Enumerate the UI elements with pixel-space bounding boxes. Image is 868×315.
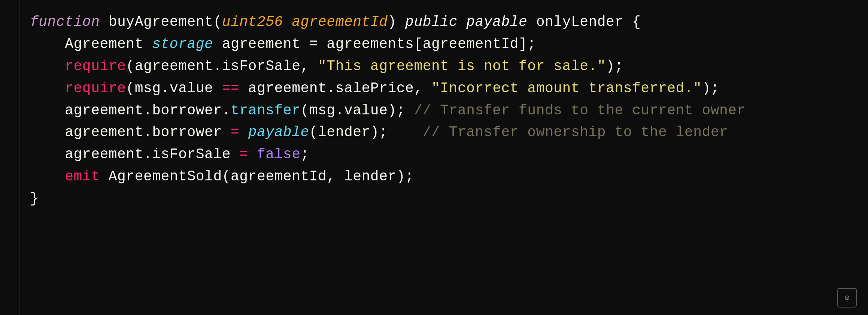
code-token: agreement.borrower	[30, 124, 231, 140]
code-token: false	[257, 146, 301, 162]
code-token	[30, 168, 65, 184]
code-token: (msg.value	[126, 80, 222, 96]
code-token: agreement.borrower.	[30, 102, 231, 118]
code-token: require	[65, 58, 126, 74]
code-token: =	[239, 146, 248, 162]
code-token: onlyLender {	[527, 14, 641, 30]
code-line: require(msg.value == agreement.salePrice…	[30, 78, 853, 100]
code-token	[458, 14, 466, 30]
code-token: agreement.isForSale	[30, 146, 239, 162]
gutter-border	[19, 0, 19, 315]
code-token	[239, 124, 248, 140]
code-token: }	[30, 190, 39, 207]
code-token: )	[388, 14, 406, 30]
code-token: agreement.salePrice,	[239, 80, 431, 96]
code-token: transfer	[231, 102, 300, 118]
code-line: agreement.borrower.transfer(msg.value); …	[30, 100, 853, 122]
code-token	[30, 58, 65, 74]
code-token: // Transfer funds to the current owner	[414, 102, 746, 118]
code-line: require(agreement.isForSale, "This agree…	[30, 56, 853, 78]
code-token: (msg.value);	[300, 102, 414, 118]
code-line: Agreement storage agreement = agreements…	[30, 33, 853, 56]
code-token: "Incorrect amount transferred."	[431, 80, 702, 96]
code-token: ==	[222, 80, 240, 96]
code-token: =	[231, 124, 239, 140]
code-token	[30, 80, 65, 96]
code-line: }	[30, 188, 853, 210]
code-token: );	[702, 80, 719, 96]
code-line: emit AgreementSold(agreementId, lender);	[30, 166, 853, 188]
code-token: emit	[65, 168, 100, 184]
code-editor: function buyAgreement(uint256 agreementI…	[0, 0, 868, 315]
code-token: uint256	[222, 14, 283, 30]
code-token: (lender);	[309, 124, 423, 140]
code-token: payable	[466, 14, 527, 30]
code-block: function buyAgreement(uint256 agreementI…	[22, 11, 853, 210]
code-token: buyAgreement(	[100, 14, 222, 30]
code-token: (agreement.isForSale,	[126, 58, 318, 74]
code-token: payable	[248, 124, 309, 140]
code-token: Agreement	[30, 36, 152, 52]
code-token	[248, 146, 257, 162]
code-line: agreement.borrower = payable(lender); //…	[30, 122, 853, 144]
code-token	[283, 14, 292, 30]
editor-icon[interactable]: ⊙	[837, 288, 857, 308]
code-token: agreement = agreements[agreementId];	[213, 36, 536, 52]
code-token: storage	[152, 36, 213, 52]
code-token: "This agreement is not for sale."	[318, 58, 606, 74]
code-token: ;	[300, 146, 309, 162]
code-token: );	[606, 58, 623, 74]
code-token: function	[30, 14, 100, 30]
code-token: agreementId	[292, 14, 388, 30]
refresh-icon: ⊙	[844, 293, 849, 303]
code-token: // Transfer ownership to the lender	[423, 124, 728, 140]
code-token: public	[405, 14, 458, 30]
code-token: require	[65, 80, 126, 96]
code-token: AgreementSold(agreementId, lender);	[100, 168, 414, 184]
code-line: function buyAgreement(uint256 agreementI…	[30, 11, 853, 33]
code-line: agreement.isForSale = false;	[30, 144, 853, 166]
